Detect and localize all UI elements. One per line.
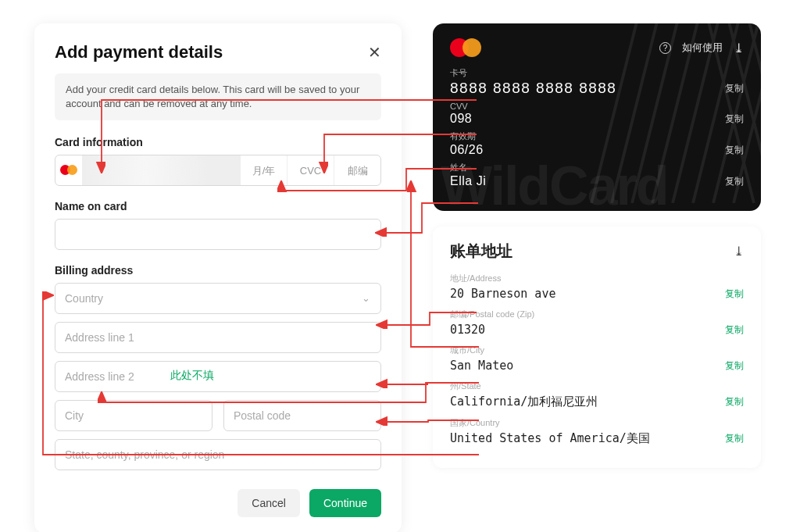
name-label: Name on card	[55, 200, 381, 212]
card-input-row: 月/年 CVC 邮编	[55, 155, 381, 186]
card-number-value: 8888 8888 8888 8888	[450, 80, 616, 97]
city-label: 城市/City	[450, 345, 744, 356]
payment-modal: Add payment details ✕ Add your credit ca…	[34, 23, 402, 532]
download-address-icon[interactable]: ⤓	[734, 244, 744, 259]
card-zip-input[interactable]: 邮编	[334, 155, 380, 185]
expiry-value: 06/26	[450, 143, 484, 157]
info-text: Add your credit card details below. This…	[55, 73, 381, 120]
card-info-label: Card information	[55, 136, 381, 148]
postal-label: 邮编/Postal code (Zip)	[450, 309, 744, 320]
country-value: United States of America/美国	[450, 431, 650, 446]
copy-expiry[interactable]: 复制	[725, 144, 744, 157]
name-input[interactable]	[55, 219, 381, 250]
address-value: 20 Barneson ave	[450, 287, 555, 301]
copy-cvv[interactable]: 复制	[725, 112, 744, 126]
card-cvc-input[interactable]: CVC	[287, 155, 334, 185]
chevron-down-icon: ⌄	[362, 292, 370, 304]
copy-address[interactable]: 复制	[725, 287, 744, 301]
download-icon[interactable]: ⤓	[734, 41, 744, 55]
address-label: 地址/Address	[450, 273, 744, 284]
copy-number[interactable]: 复制	[725, 82, 744, 95]
cardholder-value: Ella Ji	[450, 174, 486, 188]
how-to-link[interactable]: 如何使用	[682, 41, 723, 55]
cvv-value: 098	[450, 112, 472, 126]
continue-button[interactable]: Continue	[309, 489, 381, 517]
card-brand-icon	[55, 165, 82, 176]
copy-state[interactable]: 复制	[725, 395, 744, 409]
city-value: San Mateo	[450, 359, 513, 373]
copy-country[interactable]: 复制	[725, 432, 744, 445]
card-number-input[interactable]	[82, 155, 240, 185]
address2-input[interactable]	[55, 361, 381, 392]
postal-value: 01320	[450, 323, 485, 337]
country-label: 国家/Country	[450, 417, 744, 429]
expiry-label: 有效期	[450, 130, 744, 142]
state-input[interactable]	[55, 439, 381, 470]
city-input[interactable]	[55, 400, 212, 431]
address2-hint: 此处不填	[170, 369, 214, 383]
copy-city[interactable]: 复制	[725, 359, 744, 373]
address1-input[interactable]	[55, 322, 381, 353]
close-icon[interactable]: ✕	[368, 43, 381, 62]
billing-title: 账单地址	[450, 241, 512, 262]
cardholder-label: 姓名	[450, 162, 744, 173]
card-expiry-input[interactable]: 月/年	[240, 155, 287, 185]
help-icon[interactable]: ?	[659, 42, 671, 54]
billing-address-panel: 账单地址 ⤓ 地址/Address 20 Barneson ave 复制 邮编/…	[433, 227, 761, 468]
billing-label: Billing address	[55, 264, 381, 277]
postal-input[interactable]	[223, 400, 381, 431]
state-label: 州/State	[450, 380, 744, 392]
mastercard-icon	[450, 37, 481, 58]
virtual-card: ? 如何使用 ⤓ 卡号 8888 8888 8888 8888 复制 CVV 0…	[433, 23, 761, 211]
modal-title: Add payment details	[55, 42, 223, 62]
card-number-label: 卡号	[450, 67, 744, 79]
state-value: California/加利福尼亚州	[450, 395, 598, 409]
copy-postal[interactable]: 复制	[725, 323, 744, 337]
country-select[interactable]	[55, 283, 381, 314]
cancel-button[interactable]: Cancel	[238, 489, 300, 517]
copy-name[interactable]: 复制	[725, 175, 744, 188]
cvv-label: CVV	[450, 102, 744, 111]
